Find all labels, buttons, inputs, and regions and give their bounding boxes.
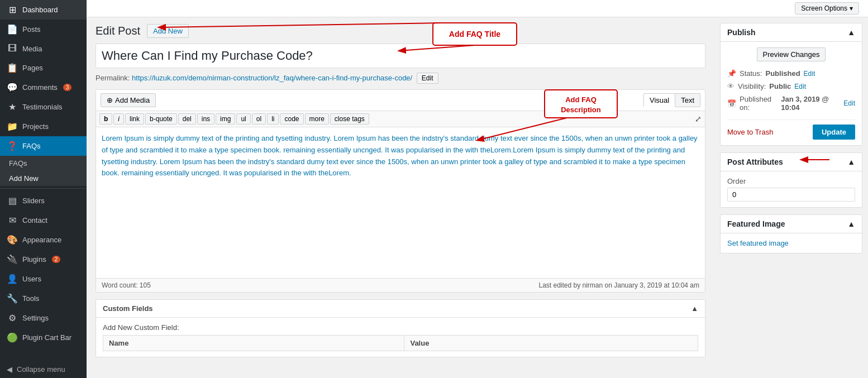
screen-options-button[interactable]: Screen Options ▾ [795, 2, 859, 15]
permalink-label: Permalink: [96, 74, 130, 82]
format-code[interactable]: code [280, 113, 303, 125]
post-attributes-box: Post Attributes ▲ Order [720, 152, 862, 208]
format-ul[interactable]: ul [236, 113, 250, 125]
post-attributes-title: Post Attributes [727, 157, 783, 166]
post-attributes-content: Order [721, 171, 862, 207]
add-media-button[interactable]: ⊕ Add Media [101, 93, 156, 107]
post-attributes-toggle-icon: ▲ [847, 157, 855, 166]
add-media-icon: ⊕ [107, 96, 113, 104]
sidebar-item-label: Media [22, 45, 42, 53]
sidebar-item-tools[interactable]: 🔧 Tools [0, 289, 87, 308]
format-italic[interactable]: i [113, 113, 124, 125]
sidebar-item-label: Plugin Cart Bar [22, 333, 71, 342]
status-icon: 📌 [727, 69, 736, 78]
editor-format-bar: b i link b-quote del ins img ul ol li co… [96, 111, 705, 127]
sidebar-item-label: Contact [22, 216, 47, 224]
publish-title: Publish [727, 28, 756, 37]
featured-image-toggle-icon: ▲ [847, 219, 855, 228]
featured-image-box: Featured Image ▲ Set featured image [720, 214, 862, 253]
editor-box: ⊕ Add Media Visual Text b i link b-quote… [96, 89, 705, 293]
sidebar-item-label: Comments [22, 83, 58, 92]
page-header: Edit Post Add New [96, 24, 705, 38]
sidebar-item-label: Pages [22, 64, 43, 72]
visibility-icon: 👁 [727, 82, 735, 90]
featured-image-title: Featured Image [727, 219, 785, 228]
sliders-icon: ▤ [7, 195, 18, 206]
sidebar-item-faqs[interactable]: ❓ FAQs [0, 136, 87, 156]
sidebar-item-label: Dashboard [22, 6, 58, 14]
sidebar-item-pages[interactable]: 📋 Pages [0, 58, 87, 78]
tab-visual[interactable]: Visual [643, 93, 675, 107]
format-img[interactable]: img [216, 113, 235, 125]
format-ol[interactable]: ol [252, 113, 266, 125]
sidebar-sub-item-faqs[interactable]: FAQs [0, 156, 87, 171]
add-new-button[interactable]: Add New [147, 24, 189, 38]
custom-fields-toggle-icon[interactable]: ▲ [691, 304, 698, 313]
sidebar-item-comments[interactable]: 💬 Comments 3 [0, 78, 87, 97]
sidebar-item-plugins[interactable]: 🔌 Plugins 2 [0, 250, 87, 269]
format-more[interactable]: more [305, 113, 329, 125]
sidebar-item-settings[interactable]: ⚙ Settings [0, 308, 87, 328]
order-input[interactable] [727, 188, 855, 202]
media-icon: 🎞 [7, 44, 18, 54]
visibility-label: Visibility: [738, 82, 766, 90]
custom-fields-box: Custom Fields ▲ Add New Custom Field: Na… [96, 299, 705, 357]
custom-fields-header: Custom Fields ▲ [96, 300, 705, 318]
publish-box-content: Preview Changes 📌 Status: Published Edit… [721, 42, 862, 145]
sidebar-sub-item-add-new[interactable]: Add New [0, 171, 87, 186]
set-featured-image-link[interactable]: Set featured image [727, 239, 789, 247]
format-bold[interactable]: b [99, 113, 112, 125]
faq-add-new-label: Add New [9, 174, 39, 183]
published-edit-link[interactable]: Edit [843, 99, 855, 107]
sidebar-item-users[interactable]: 👤 Users [0, 269, 87, 289]
status-value: Published [765, 69, 800, 78]
sidebar-item-posts[interactable]: 📄 Posts [0, 20, 87, 39]
visibility-edit-link[interactable]: Edit [794, 83, 806, 90]
comments-icon: 💬 [7, 82, 18, 93]
tab-text[interactable]: Text [675, 93, 700, 107]
sidebar-item-testimonials[interactable]: ★ Testimonials [0, 97, 87, 117]
custom-fields-title: Custom Fields [103, 304, 153, 313]
post-attributes-header: Post Attributes ▲ [721, 153, 862, 171]
sidebar-item-label: Settings [22, 314, 49, 322]
format-ins[interactable]: ins [197, 113, 214, 125]
sidebar-item-dashboard[interactable]: ⊞ Dashboard [0, 0, 87, 20]
sidebar-item-label: Tools [22, 294, 39, 303]
published-row: 📅 Published on: Jan 3, 2019 @ 10:04 Edit [727, 93, 855, 114]
post-title-input[interactable] [96, 44, 705, 68]
permalink-row: Permalink: https://luzuk.com/demo/nirman… [96, 73, 705, 84]
collapse-menu-button[interactable]: ◀ Collapse menu [0, 361, 87, 378]
sidebar-item-label: Sliders [22, 197, 45, 205]
col-name: Name [103, 336, 404, 351]
screen-options-label: Screen Options [801, 4, 847, 12]
format-del[interactable]: del [178, 113, 196, 125]
sidebar-item-contact[interactable]: ✉ Contact [0, 210, 87, 230]
format-li[interactable]: li [267, 113, 279, 125]
permalink-edit-button[interactable]: Edit [417, 73, 438, 84]
expand-icon[interactable]: ⤢ [695, 114, 702, 123]
preview-changes-button[interactable]: Preview Changes [757, 47, 826, 61]
editor-text: Lorem Ipsum is simply dummy text of the … [102, 134, 698, 177]
sidebar-item-projects[interactable]: 📁 Projects [0, 117, 87, 136]
sidebar-item-plugin-cart-bar[interactable]: 🟢 Plugin Cart Bar [0, 328, 87, 347]
sidebar-item-media[interactable]: 🎞 Media [0, 39, 87, 58]
sidebar-item-label: Posts [22, 25, 41, 34]
format-link[interactable]: link [125, 113, 144, 125]
main-area: Screen Options ▾ Edit Post Add New Perma… [87, 0, 868, 378]
format-close-tags[interactable]: close tags [330, 113, 369, 125]
word-count-value: 105 [140, 281, 151, 289]
sidebar-item-sliders[interactable]: ▤ Sliders [0, 191, 87, 210]
plugins-badge: 2 [52, 256, 61, 263]
update-button[interactable]: Update [813, 125, 855, 140]
move-trash-link[interactable]: Move to Trash [727, 128, 773, 136]
sidebar-item-appearance[interactable]: 🎨 Appearance [0, 230, 87, 250]
editor-content[interactable]: Lorem Ipsum is simply dummy text of the … [96, 127, 705, 278]
editor-toolbar-top: ⊕ Add Media Visual Text [96, 90, 705, 111]
calendar-icon: 📅 [727, 99, 736, 108]
tools-icon: 🔧 [7, 293, 18, 304]
right-sidebar: Publish ▲ Preview Changes 📌 Status: Publ… [714, 17, 868, 378]
status-edit-link[interactable]: Edit [804, 70, 815, 78]
format-bquote[interactable]: b-quote [145, 113, 177, 125]
permalink-link[interactable]: https://luzuk.com/demo/nirman-constructi… [132, 74, 412, 82]
settings-icon: ⚙ [7, 313, 18, 323]
